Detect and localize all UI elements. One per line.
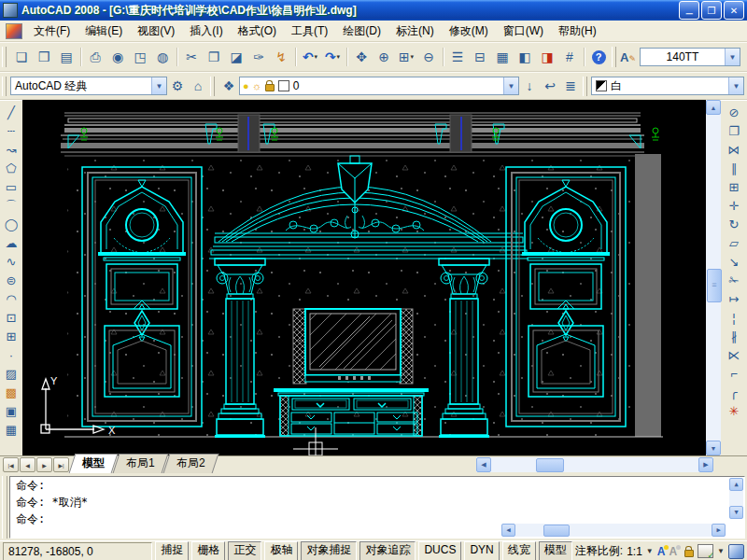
canvas-vertical-scrollbar[interactable]: ▲ ▼	[706, 100, 721, 455]
command-horizontal-scrollbar[interactable]: ◀ ▶	[501, 524, 726, 537]
draw-ellipse-button[interactable]: ⊜	[1, 271, 21, 289]
layer-lock-icon[interactable]	[265, 84, 275, 91]
menu-help[interactable]: 帮助(H)	[551, 21, 604, 41]
toolbar-lock-icon[interactable]	[684, 550, 694, 557]
draw-revision-cloud-button[interactable]: ☁	[1, 233, 21, 252]
standard-pan-realtime-button[interactable]: ✥	[350, 46, 373, 68]
status-toggle-snap[interactable]: 捕捉	[155, 541, 189, 560]
status-toggle-ducs[interactable]: DUCS	[418, 541, 461, 560]
scroll-right-icon[interactable]: ▶	[698, 457, 713, 472]
standard-save-button[interactable]: ▤	[55, 46, 78, 68]
standard-properties-button[interactable]: ☰	[446, 46, 469, 68]
standard-undo-button[interactable]: ↶	[299, 46, 321, 68]
status-toggle-grid[interactable]: 栅格	[191, 541, 225, 560]
standard-separator-button[interactable]	[174, 47, 180, 67]
draw-make-block-button[interactable]: ⊞	[1, 327, 21, 345]
first-tab-button[interactable]: |◀	[3, 457, 19, 472]
entablature-beam[interactable]	[209, 233, 529, 259]
drawing-canvas[interactable]: Y X	[22, 100, 706, 455]
window-positions-icon[interactable]	[698, 544, 713, 558]
status-toggle-osnap[interactable]: 对象捕捉	[301, 541, 357, 560]
my-workspace-button[interactable]: ⌂	[188, 76, 208, 96]
standard-quickcalc-button[interactable]: #	[558, 46, 581, 68]
annotation-visibility-icon[interactable]: A	[657, 545, 666, 558]
standard-3d-dwf-button[interactable]: ◍	[151, 46, 174, 68]
chevron-down-icon[interactable]: ▼	[728, 77, 743, 94]
menu-view[interactable]: 视图(V)	[130, 21, 182, 41]
standard-sheet-set-manager-button[interactable]: ◧	[514, 46, 536, 68]
modify-break-button[interactable]: ∦	[724, 327, 744, 345]
standard-separator-button[interactable]	[440, 47, 446, 67]
scroll-down-icon[interactable]: ▼	[706, 441, 721, 455]
clean-screen-button[interactable]	[728, 544, 744, 559]
canvas-horizontal-scrollbar[interactable]: ◀ ▶	[476, 457, 713, 472]
menu-window[interactable]: 窗口(W)	[496, 21, 551, 41]
make-object-layer-current-button[interactable]: ↓	[519, 76, 540, 96]
standard-publish-button[interactable]: ◳	[129, 46, 151, 68]
menu-tools[interactable]: 工具(T)	[284, 21, 335, 41]
modify-move-button[interactable]: ✛	[724, 196, 744, 215]
standard-zoom-realtime-button[interactable]: ⊕	[373, 46, 395, 68]
menu-insert[interactable]: 插入(I)	[182, 21, 230, 41]
draw-arc-button[interactable]: ⌒	[1, 196, 21, 215]
modify-fillet-button[interactable]: ╭	[724, 383, 744, 401]
scroll-down-icon[interactable]: ▼	[729, 506, 743, 519]
tab-layout2[interactable]: 布局2	[162, 454, 218, 473]
layer-properties-manager-button[interactable]: ❖	[218, 76, 239, 96]
modify-chamfer-button[interactable]: ⌐	[724, 364, 744, 383]
scroll-left-icon[interactable]: ◀	[501, 524, 515, 537]
status-toggle-dyn[interactable]: DYN	[464, 541, 499, 560]
draw-construction-line-button[interactable]: ┄	[1, 121, 21, 140]
standard-block-editor-button[interactable]: ↯	[270, 46, 292, 68]
workspace-settings-button[interactable]: ⚙	[167, 76, 188, 96]
scroll-thumb[interactable]	[536, 458, 564, 472]
standard-plot-button[interactable]: ⎙	[84, 46, 106, 68]
standard-separator-button[interactable]	[581, 47, 587, 67]
standard-tool-palettes-button[interactable]: ▦	[491, 46, 514, 68]
standard-designcenter-button[interactable]: ⊟	[469, 46, 491, 68]
menu-edit[interactable]: 编辑(E)	[78, 21, 130, 41]
modify-extend-button[interactable]: ↦	[724, 289, 744, 308]
scroll-thumb[interactable]	[543, 525, 570, 537]
color-combo[interactable]: 白 ▼	[591, 77, 744, 95]
modify-offset-button[interactable]: ∥	[724, 159, 744, 177]
chevron-down-icon[interactable]: ▼	[151, 77, 166, 94]
tv-unit[interactable]	[293, 309, 413, 384]
standard-help-button[interactable]: ?	[587, 46, 610, 68]
layer-color-swatch[interactable]	[278, 80, 289, 91]
draw-hatch-button[interactable]: ▨	[1, 364, 21, 383]
draw-spline-button[interactable]: ∿	[1, 252, 21, 271]
text-style-combo[interactable]: 140TT ▼	[640, 48, 740, 66]
annotation-autoscale-icon[interactable]: A	[669, 545, 677, 558]
status-toggle-model-space[interactable]: 模型	[539, 541, 572, 560]
command-text-area[interactable]: 命令:命令: *取消* 命令: ▲ ▼ ◀ ▶	[9, 476, 745, 539]
standard-zoom-window-button[interactable]: ⊞	[395, 46, 417, 68]
toolbar-grip[interactable]	[612, 47, 616, 68]
layer-states-manager-button[interactable]: ≣	[560, 76, 581, 96]
cornice-molding[interactable]	[61, 113, 644, 156]
modify-erase-button[interactable]: ⊘	[724, 103, 744, 121]
toolbar-grip[interactable]	[2, 77, 7, 96]
scroll-track[interactable]	[515, 524, 712, 537]
annotation-scale-value[interactable]: 1:1	[627, 545, 642, 558]
layer-freeze-sun-icon[interactable]: ☼	[252, 81, 261, 91]
status-toggle-polar[interactable]: 极轴	[264, 541, 298, 560]
standard-open-button[interactable]: ❒	[33, 46, 55, 68]
modify-copy-button[interactable]: ❐	[724, 121, 744, 140]
menu-draw[interactable]: 绘图(D)	[335, 21, 388, 41]
tab-layout1[interactable]: 布局1	[113, 454, 169, 473]
layer-combo[interactable]: ● ☼ 0 ▼	[239, 77, 519, 95]
toolbar-grip[interactable]	[583, 77, 587, 96]
standard-redo-button[interactable]: ↷	[321, 46, 344, 68]
modify-rotate-button[interactable]: ↻	[724, 215, 744, 233]
standard-paste-button[interactable]: ◪	[225, 46, 247, 68]
status-toggle-otrack[interactable]: 对象追踪	[359, 541, 416, 560]
menu-format[interactable]: 格式(O)	[231, 21, 284, 41]
modify-scale-button[interactable]: ▱	[724, 233, 744, 252]
scroll-up-icon[interactable]: ▲	[729, 478, 743, 491]
chevron-down-icon[interactable]: ▼	[725, 49, 740, 65]
standard-qnew-button[interactable]: ❏	[10, 46, 33, 68]
standard-cut-button[interactable]: ✂	[180, 46, 203, 68]
standard-zoom-previous-button[interactable]: ⊖	[417, 46, 440, 68]
draw-table-button[interactable]: ▦	[1, 420, 21, 439]
